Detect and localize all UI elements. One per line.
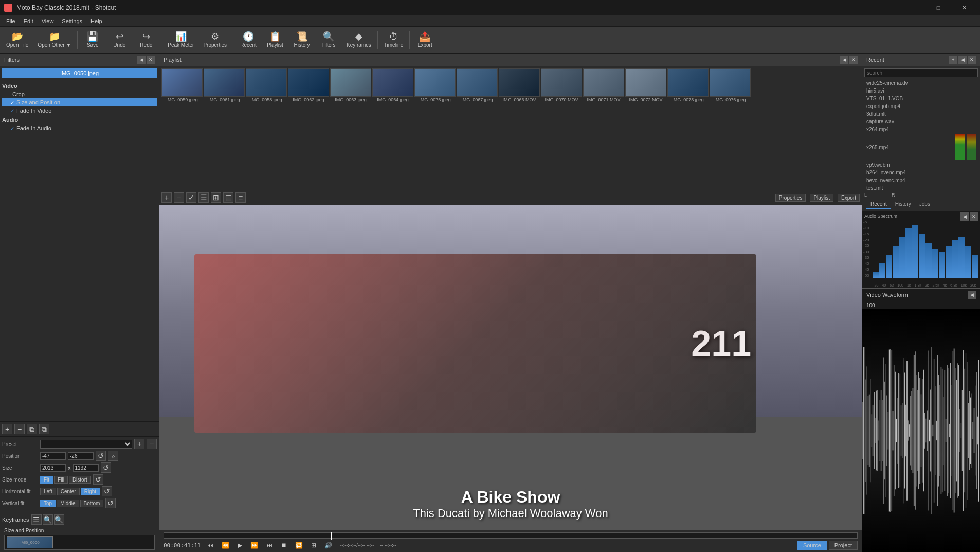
playlist-details-button[interactable]: ≡ — [235, 192, 246, 203]
source-tab[interactable]: Source — [797, 541, 827, 550]
list-item[interactable]: IMG_0076.jpeg — [710, 68, 751, 103]
size-mode-fit[interactable]: Fit — [40, 476, 53, 484]
remove-filter-button[interactable]: − — [14, 424, 25, 434]
peak-meter-button[interactable]: 📊 Peak Meter — [164, 28, 198, 52]
preview-jump-start[interactable]: ⏮ — [205, 541, 215, 550]
keyframes-button[interactable]: ◆ Keyframes — [342, 28, 375, 52]
list-item[interactable]: x264.mp4 — [862, 126, 980, 133]
properties-action-button[interactable]: Properties — [775, 194, 806, 202]
tab-recent[interactable]: Recent — [866, 200, 891, 209]
size-mode-reset-button[interactable]: ↺ — [93, 474, 103, 485]
preview-timeline-bar[interactable] — [164, 532, 858, 539]
recent-shrink-button[interactable]: ◀ — [958, 56, 967, 64]
export-action-button[interactable]: Export — [838, 194, 860, 202]
preview-step-forward[interactable]: ⏩ — [248, 541, 260, 550]
recent-button[interactable]: 🕐 Recent — [235, 28, 261, 52]
filters-button[interactable]: 🔍 Filters — [316, 28, 341, 52]
horiz-center-button[interactable]: Center — [57, 488, 80, 495]
list-item[interactable]: IMG_0073.jpeg — [667, 68, 709, 103]
open-file-button[interactable]: 📂 Open File — [2, 28, 32, 52]
menu-settings[interactable]: Settings — [58, 17, 86, 25]
list-item[interactable]: IMG_0064.jpeg — [372, 68, 413, 103]
list-item[interactable]: export job.mp4 — [862, 102, 980, 110]
keyframes-track[interactable]: 00:00:00:00 IMG_0050 — [4, 535, 155, 550]
list-item[interactable]: IMG_0062.jpeg — [288, 68, 329, 103]
tab-history[interactable]: History — [891, 200, 915, 209]
size-mode-distort[interactable]: Distort — [69, 476, 91, 484]
save-button[interactable]: 💾 Save — [80, 28, 105, 52]
filter-fade-in-audio[interactable]: ✓ Fade In Audio — [2, 124, 157, 132]
position-y-input[interactable] — [68, 452, 94, 460]
minimize-button[interactable]: ─ — [901, 0, 924, 15]
preview-loop-button[interactable]: 🔁 — [293, 541, 305, 550]
menu-edit[interactable]: Edit — [20, 17, 38, 25]
filter-size-position[interactable]: ✓ Size and Position — [2, 98, 157, 106]
horiz-left-button[interactable]: Left — [40, 488, 56, 495]
playlist-shrink-button[interactable]: ◀ — [840, 56, 848, 64]
list-item[interactable]: x265.mp4 — [862, 133, 980, 161]
menu-file[interactable]: File — [2, 17, 20, 25]
list-item[interactable]: IMG_0070.MOV — [541, 68, 582, 103]
vert-middle-button[interactable]: Middle — [57, 500, 79, 507]
preset-remove-button[interactable]: − — [147, 439, 157, 449]
tab-jobs[interactable]: Jobs — [915, 200, 934, 209]
filter-crop[interactable]: Crop — [2, 90, 157, 98]
kf-zoom-in-button[interactable]: 🔍 — [43, 514, 53, 525]
playlist-list-view-button[interactable]: ☰ — [198, 192, 209, 203]
size-w-input[interactable] — [40, 464, 66, 472]
playlist-remove-button[interactable]: − — [174, 192, 184, 203]
size-h-input[interactable] — [73, 464, 99, 472]
list-item[interactable]: vp9.webm — [862, 161, 980, 169]
kf-list-button[interactable]: ☰ — [31, 514, 42, 525]
position-keyframe-button[interactable]: ⬦ — [108, 451, 118, 461]
list-item[interactable]: hin5.avi — [862, 87, 980, 95]
preview-play-button[interactable]: ▶ — [235, 541, 244, 550]
filters-shrink-button[interactable]: ◀ — [137, 56, 146, 64]
preview-step-back[interactable]: ⏪ — [220, 541, 231, 550]
preset-select[interactable] — [40, 440, 132, 449]
list-item[interactable]: IMG_0063.jpeg — [330, 68, 371, 103]
preset-add-button[interactable]: + — [134, 439, 144, 449]
list-item[interactable]: test.mlt — [862, 184, 980, 192]
kf-zoom-out-button[interactable]: 🔍 — [54, 514, 64, 525]
preview-volume-button[interactable]: 🔊 — [322, 541, 334, 550]
copy-filter-button[interactable]: ⧉ — [27, 424, 37, 434]
playlist-close-button[interactable]: ✕ — [849, 56, 858, 64]
vert-top-button[interactable]: Top — [40, 500, 56, 507]
recent-search-input[interactable] — [864, 68, 978, 77]
preview-grid-button[interactable]: ⊞ — [309, 541, 318, 550]
window-controls[interactable]: ─ □ ✕ — [901, 0, 976, 15]
history-button[interactable]: 📜 History — [289, 28, 315, 52]
paste-filter-button[interactable]: ⧉ — [39, 424, 49, 434]
playlist-button[interactable]: 📋 Playlist — [262, 28, 288, 52]
recent-add-button[interactable]: + — [949, 56, 957, 64]
list-item[interactable]: IMG_0067.jpeg — [457, 68, 498, 103]
maximize-button[interactable]: □ — [927, 0, 950, 15]
list-item[interactable]: hevc_nvenc.mp4 — [862, 176, 980, 184]
list-item[interactable]: IMG_0066.MOV — [499, 68, 540, 103]
close-button[interactable]: ✕ — [952, 0, 976, 15]
list-item[interactable]: VTS_01_1.VOB — [862, 95, 980, 102]
filter-fade-in-video[interactable]: ✓ Fade In Video — [2, 106, 157, 115]
properties-button[interactable]: ⚙ Properties — [199, 28, 231, 52]
playlist-add-button[interactable]: + — [161, 192, 172, 203]
position-reset-button[interactable]: ↺ — [96, 451, 106, 461]
list-item[interactable]: IMG_0058.jpeg — [246, 68, 287, 103]
position-x-input[interactable] — [40, 452, 66, 460]
menu-view[interactable]: View — [38, 17, 58, 25]
preview-stop-button[interactable]: ⏹ — [279, 541, 289, 550]
filters-close-button[interactable]: ✕ — [147, 56, 155, 64]
playlist-large-view-button[interactable]: ▦ — [223, 192, 233, 203]
size-mode-fill[interactable]: Fill — [54, 476, 68, 484]
timeline-button[interactable]: ⏱ Timeline — [380, 28, 407, 52]
list-item[interactable]: h264_nvenc.mp4 — [862, 169, 980, 176]
list-item[interactable]: IMG_0075.jpeg — [414, 68, 456, 103]
list-item[interactable]: IMG_0071.MOV — [583, 68, 624, 103]
vert-bottom-button[interactable]: Bottom — [80, 500, 104, 507]
size-reset-button[interactable]: ↺ — [101, 462, 111, 473]
recent-close-button[interactable]: ✕ — [968, 56, 976, 64]
list-item[interactable]: IMG_0061.jpeg — [204, 68, 245, 103]
playlist-grid-view-button[interactable]: ⊞ — [211, 192, 221, 203]
preview-jump-end[interactable]: ⏭ — [264, 541, 275, 550]
add-filter-button[interactable]: + — [2, 424, 12, 434]
